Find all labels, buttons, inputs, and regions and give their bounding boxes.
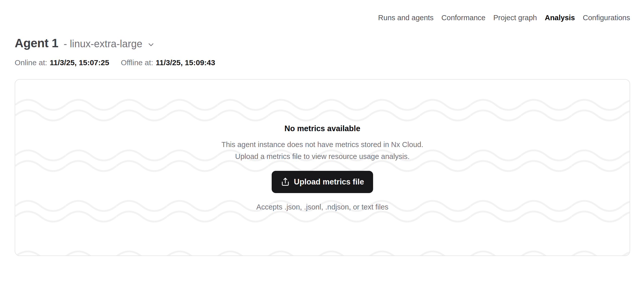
nav-item-analysis[interactable]: Analysis — [545, 13, 575, 22]
empty-state-description-line1: This agent instance does not have metric… — [222, 139, 423, 151]
page-title: Agent 1 — [15, 36, 58, 50]
online-at-value: 11/3/25, 15:07:25 — [50, 58, 109, 67]
upload-icon — [281, 177, 290, 186]
nav-item-runs-and-agents[interactable]: Runs and agents — [378, 13, 434, 22]
nav-item-project-graph[interactable]: Project graph — [493, 13, 537, 22]
upload-metrics-file-button[interactable]: Upload metrics file — [272, 171, 373, 193]
online-at: Online at: 11/3/25, 15:07:25 — [15, 58, 109, 67]
agent-timestamps: Online at: 11/3/25, 15:07:25 Offline at:… — [15, 58, 630, 67]
accepted-file-types-note: Accepts .json, .jsonl, .ndjson, or text … — [256, 202, 388, 212]
chevron-down-icon — [147, 41, 155, 49]
metrics-empty-state-card: No metrics available This agent instance… — [15, 79, 630, 256]
nav-item-configurations[interactable]: Configurations — [583, 13, 630, 22]
empty-state-title: No metrics available — [285, 124, 360, 134]
online-at-label: Online at: — [15, 58, 47, 67]
empty-state-content: No metrics available This agent instance… — [222, 124, 423, 212]
empty-state-description-line2: Upload a metrics file to view resource u… — [222, 151, 423, 162]
nav-item-conformance[interactable]: Conformance — [441, 13, 485, 22]
offline-at-value: 11/3/25, 15:09:43 — [156, 58, 215, 67]
offline-at: Offline at: 11/3/25, 15:09:43 — [121, 58, 215, 67]
upload-button-label: Upload metrics file — [294, 177, 364, 186]
agent-header: Agent 1 - linux-extra-large — [15, 36, 630, 50]
top-navigation: Runs and agents Conformance Project grap… — [15, 0, 630, 22]
agent-selector-dropdown[interactable] — [147, 41, 155, 49]
agent-type-label: - linux-extra-large — [64, 38, 142, 50]
agent-analysis-page: Runs and agents Conformance Project grap… — [0, 0, 644, 281]
empty-state-description: This agent instance does not have metric… — [222, 139, 423, 162]
offline-at-label: Offline at: — [121, 58, 153, 67]
